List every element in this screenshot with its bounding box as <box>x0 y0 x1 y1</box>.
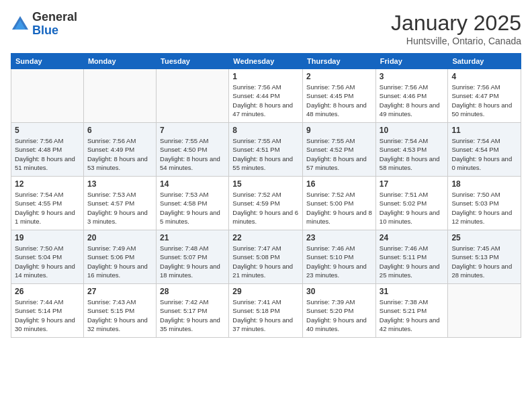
day-info: Sunrise: 7:56 AM Sunset: 4:49 PM Dayligh… <box>87 136 152 172</box>
calendar-cell <box>11 69 84 123</box>
calendar-cell: 1Sunrise: 7:56 AM Sunset: 4:44 PM Daylig… <box>229 69 303 123</box>
day-number: 30 <box>306 287 372 296</box>
day-number: 13 <box>87 179 152 189</box>
day-number: 9 <box>306 126 372 135</box>
day-info: Sunrise: 7:39 AM Sunset: 5:20 PM Dayligh… <box>306 298 372 333</box>
day-info: Sunrise: 7:44 AM Sunset: 5:14 PM Dayligh… <box>15 298 80 333</box>
calendar-cell: 22Sunrise: 7:47 AM Sunset: 5:08 PM Dayli… <box>229 230 303 284</box>
day-info: Sunrise: 7:54 AM Sunset: 4:55 PM Dayligh… <box>15 190 80 226</box>
day-info: Sunrise: 7:52 AM Sunset: 4:59 PM Dayligh… <box>232 190 299 226</box>
day-info: Sunrise: 7:50 AM Sunset: 5:04 PM Dayligh… <box>15 244 80 279</box>
month-title: January 2025 <box>391 11 521 36</box>
calendar-cell: 28Sunrise: 7:42 AM Sunset: 5:17 PM Dayli… <box>157 284 229 338</box>
day-info: Sunrise: 7:41 AM Sunset: 5:18 PM Dayligh… <box>232 298 299 333</box>
day-number: 28 <box>160 287 225 296</box>
title-block: January 2025 Huntsville, Ontario, Canada <box>391 11 521 46</box>
day-info: Sunrise: 7:49 AM Sunset: 5:06 PM Dayligh… <box>87 244 152 279</box>
day-info: Sunrise: 7:55 AM Sunset: 4:52 PM Dayligh… <box>306 136 372 172</box>
day-number: 11 <box>451 126 517 135</box>
calendar-cell: 7Sunrise: 7:55 AM Sunset: 4:50 PM Daylig… <box>157 123 229 177</box>
calendar-cell: 24Sunrise: 7:46 AM Sunset: 5:11 PM Dayli… <box>375 230 448 284</box>
week-row-3: 12Sunrise: 7:54 AM Sunset: 4:55 PM Dayli… <box>11 177 521 230</box>
day-info: Sunrise: 7:47 AM Sunset: 5:08 PM Dayligh… <box>232 244 299 279</box>
weekday-sunday: Sunday <box>11 54 84 69</box>
day-info: Sunrise: 7:55 AM Sunset: 4:51 PM Dayligh… <box>232 136 299 172</box>
logo-general: General <box>32 11 77 24</box>
weekday-thursday: Thursday <box>303 54 376 69</box>
calendar-cell <box>157 69 229 123</box>
day-info: Sunrise: 7:50 AM Sunset: 5:03 PM Dayligh… <box>451 190 517 226</box>
day-info: Sunrise: 7:53 AM Sunset: 4:57 PM Dayligh… <box>87 190 152 226</box>
calendar-cell: 18Sunrise: 7:50 AM Sunset: 5:03 PM Dayli… <box>448 177 521 230</box>
day-info: Sunrise: 7:38 AM Sunset: 5:21 PM Dayligh… <box>380 298 445 333</box>
day-info: Sunrise: 7:56 AM Sunset: 4:44 PM Dayligh… <box>232 83 299 118</box>
day-info: Sunrise: 7:48 AM Sunset: 5:07 PM Dayligh… <box>160 244 225 279</box>
header: General Blue January 2025 Huntsville, On… <box>11 11 521 46</box>
day-number: 5 <box>15 126 80 135</box>
day-number: 7 <box>160 126 225 135</box>
calendar-cell <box>83 69 156 123</box>
day-number: 31 <box>380 287 445 296</box>
calendar-cell: 8Sunrise: 7:55 AM Sunset: 4:51 PM Daylig… <box>229 123 303 177</box>
page: General Blue January 2025 Huntsville, On… <box>0 0 532 411</box>
day-info: Sunrise: 7:56 AM Sunset: 4:47 PM Dayligh… <box>451 83 517 118</box>
calendar-cell: 3Sunrise: 7:56 AM Sunset: 4:46 PM Daylig… <box>375 69 448 123</box>
week-row-1: 1Sunrise: 7:56 AM Sunset: 4:44 PM Daylig… <box>11 69 521 123</box>
day-number: 14 <box>160 179 225 189</box>
day-info: Sunrise: 7:46 AM Sunset: 5:11 PM Dayligh… <box>380 244 445 279</box>
day-number: 21 <box>160 233 225 242</box>
day-info: Sunrise: 7:55 AM Sunset: 4:50 PM Dayligh… <box>160 136 225 172</box>
calendar: SundayMondayTuesdayWednesdayThursdayFrid… <box>11 53 521 338</box>
logo: General Blue <box>11 11 77 38</box>
day-number: 25 <box>451 233 517 242</box>
day-number: 23 <box>306 233 372 242</box>
calendar-cell: 6Sunrise: 7:56 AM Sunset: 4:49 PM Daylig… <box>83 123 156 177</box>
day-info: Sunrise: 7:56 AM Sunset: 4:46 PM Dayligh… <box>380 83 445 118</box>
calendar-cell: 16Sunrise: 7:52 AM Sunset: 5:00 PM Dayli… <box>303 177 376 230</box>
day-info: Sunrise: 7:43 AM Sunset: 5:15 PM Dayligh… <box>87 298 152 333</box>
day-number: 27 <box>87 287 152 296</box>
day-number: 15 <box>232 179 299 189</box>
logo-text: General Blue <box>32 11 77 38</box>
calendar-cell: 15Sunrise: 7:52 AM Sunset: 4:59 PM Dayli… <box>229 177 303 230</box>
day-number: 4 <box>451 72 517 81</box>
day-number: 3 <box>380 72 445 81</box>
day-info: Sunrise: 7:45 AM Sunset: 5:13 PM Dayligh… <box>451 244 517 279</box>
calendar-cell: 13Sunrise: 7:53 AM Sunset: 4:57 PM Dayli… <box>83 177 156 230</box>
day-number: 19 <box>15 233 80 242</box>
week-row-2: 5Sunrise: 7:56 AM Sunset: 4:48 PM Daylig… <box>11 123 521 177</box>
day-number: 1 <box>232 72 299 81</box>
day-number: 2 <box>306 72 372 81</box>
weekday-header-row: SundayMondayTuesdayWednesdayThursdayFrid… <box>11 54 521 69</box>
day-info: Sunrise: 7:51 AM Sunset: 5:02 PM Dayligh… <box>380 190 445 226</box>
calendar-cell: 21Sunrise: 7:48 AM Sunset: 5:07 PM Dayli… <box>157 230 229 284</box>
day-number: 10 <box>380 126 445 135</box>
weekday-tuesday: Tuesday <box>157 54 229 69</box>
calendar-cell: 4Sunrise: 7:56 AM Sunset: 4:47 PM Daylig… <box>448 69 521 123</box>
day-number: 8 <box>232 126 299 135</box>
calendar-cell: 11Sunrise: 7:54 AM Sunset: 4:54 PM Dayli… <box>448 123 521 177</box>
day-number: 22 <box>232 233 299 242</box>
day-number: 17 <box>380 179 445 189</box>
calendar-cell: 17Sunrise: 7:51 AM Sunset: 5:02 PM Dayli… <box>375 177 448 230</box>
day-info: Sunrise: 7:52 AM Sunset: 5:00 PM Dayligh… <box>306 190 372 226</box>
day-number: 20 <box>87 233 152 242</box>
calendar-cell <box>448 284 521 338</box>
calendar-cell: 31Sunrise: 7:38 AM Sunset: 5:21 PM Dayli… <box>375 284 448 338</box>
calendar-cell: 10Sunrise: 7:54 AM Sunset: 4:53 PM Dayli… <box>375 123 448 177</box>
week-row-4: 19Sunrise: 7:50 AM Sunset: 5:04 PM Dayli… <box>11 230 521 284</box>
day-number: 26 <box>15 287 80 296</box>
calendar-cell: 14Sunrise: 7:53 AM Sunset: 4:58 PM Dayli… <box>157 177 229 230</box>
day-info: Sunrise: 7:46 AM Sunset: 5:10 PM Dayligh… <box>306 244 372 279</box>
day-number: 29 <box>232 287 299 296</box>
day-info: Sunrise: 7:56 AM Sunset: 4:48 PM Dayligh… <box>15 136 80 172</box>
calendar-cell: 12Sunrise: 7:54 AM Sunset: 4:55 PM Dayli… <box>11 177 84 230</box>
calendar-cell: 27Sunrise: 7:43 AM Sunset: 5:15 PM Dayli… <box>83 284 156 338</box>
logo-icon <box>11 15 30 34</box>
calendar-cell: 5Sunrise: 7:56 AM Sunset: 4:48 PM Daylig… <box>11 123 84 177</box>
day-info: Sunrise: 7:54 AM Sunset: 4:54 PM Dayligh… <box>451 136 517 172</box>
day-info: Sunrise: 7:54 AM Sunset: 4:53 PM Dayligh… <box>380 136 445 172</box>
day-number: 16 <box>306 179 372 189</box>
location: Huntsville, Ontario, Canada <box>391 36 521 46</box>
calendar-cell: 25Sunrise: 7:45 AM Sunset: 5:13 PM Dayli… <box>448 230 521 284</box>
